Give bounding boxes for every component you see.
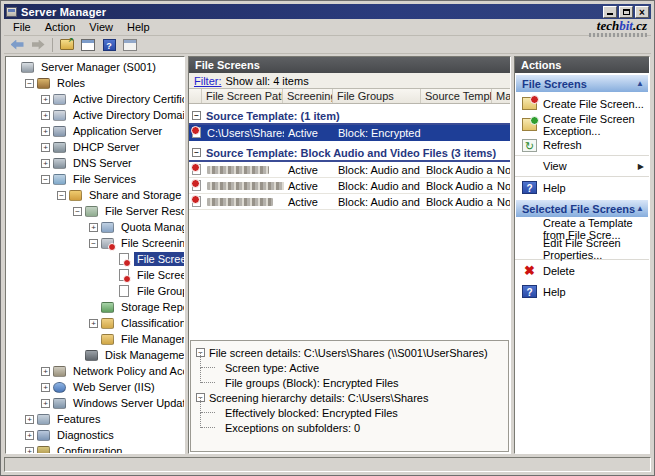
- tree-item[interactable]: + Features: [6, 411, 184, 427]
- file-screen-row[interactable]: Active Block: Audio and Video ... Block …: [189, 162, 510, 178]
- tree-expander[interactable]: +: [25, 447, 34, 455]
- tree-expander[interactable]: +: [25, 431, 34, 440]
- tree-item-icon: [53, 366, 66, 377]
- tree-item-label: Diagnostics: [54, 428, 117, 442]
- tree-item[interactable]: − Roles: [6, 75, 184, 91]
- tree-expander[interactable]: +: [41, 383, 50, 392]
- tree-item[interactable]: − Share and Storage Management: [6, 187, 184, 203]
- section-header-file-screens[interactable]: File Screens ▲: [516, 75, 648, 92]
- file-screen-row[interactable]: C:\Users\Shares Active Block: Encrypted …: [189, 125, 510, 141]
- action-item[interactable]: Refresh: [515, 135, 649, 156]
- tree-item[interactable]: − File Services: [6, 171, 184, 187]
- file-screen-list: − Source Template: (1 item) C:\Users\Sha…: [189, 104, 510, 339]
- tree-expander[interactable]: +: [89, 223, 98, 232]
- tree-item[interactable]: − File Screening Management: [6, 235, 184, 251]
- tree-item[interactable]: + Network Policy and Access Services: [6, 363, 184, 379]
- tree-item[interactable]: + Web Server (IIS): [6, 379, 184, 395]
- tree-item[interactable]: + Quota Management: [6, 219, 184, 235]
- tree-item[interactable]: + Active Directory Certificate Services: [6, 91, 184, 107]
- tree-item[interactable]: + Configuration: [6, 443, 184, 454]
- submenu-arrow-icon: ▶: [638, 162, 649, 171]
- column-header[interactable]: File Screen Path: [202, 89, 283, 103]
- window-view-button[interactable]: [121, 37, 139, 53]
- tree-item[interactable]: + Diagnostics: [6, 427, 184, 443]
- tree-item-label: DHCP Server: [70, 140, 142, 154]
- group-label: Source Template: (1 item): [206, 110, 340, 122]
- tree-expander[interactable]: −: [89, 239, 98, 248]
- minimize-button[interactable]: [603, 6, 617, 18]
- action-item[interactable]: Help: [515, 177, 649, 198]
- cell-screening-type: Active: [284, 196, 334, 208]
- cell-file-groups: Block: Encrypted Files: [334, 127, 422, 139]
- tree-item-label: File Server Resource Manager: [102, 204, 185, 218]
- tree-expander[interactable]: −: [73, 207, 82, 216]
- tree-expander[interactable]: +: [41, 95, 50, 104]
- redacted-path: [207, 166, 269, 174]
- tree-expander[interactable]: +: [41, 159, 50, 168]
- file-screen-row[interactable]: Active Block: Audio and Video ... Block …: [189, 194, 510, 210]
- column-header[interactable]: [189, 89, 202, 103]
- action-item[interactable]: Edit File Screen Properties...: [515, 239, 649, 260]
- column-header[interactable]: File Groups: [333, 89, 421, 103]
- action-item[interactable]: Create File Screen...: [515, 93, 649, 114]
- menu-item[interactable]: Action: [38, 19, 83, 35]
- close-button[interactable]: ×: [635, 6, 649, 18]
- filter-link[interactable]: Filter:: [194, 75, 222, 87]
- tree-item[interactable]: + DNS Server: [6, 155, 184, 171]
- tree-item[interactable]: + Windows Server Update Services: [6, 395, 184, 411]
- tree-item[interactable]: − File Server Resource Manager: [6, 203, 184, 219]
- actions-header: Actions: [515, 57, 649, 73]
- menu-item[interactable]: View: [82, 19, 120, 35]
- action-item[interactable]: Create a Template from File Scre...: [515, 218, 649, 239]
- tree-item[interactable]: File Management Tasks: [6, 331, 184, 347]
- action-item[interactable]: View ▶: [515, 156, 649, 177]
- group-header-row[interactable]: − Source Template: Block Audio and Video…: [189, 145, 510, 162]
- tree-item[interactable]: Disk Management: [6, 347, 184, 363]
- folder-up-button[interactable]: [58, 37, 76, 53]
- tree-expander[interactable]: +: [89, 319, 98, 328]
- tree-item[interactable]: Storage Reports Management: [6, 299, 184, 315]
- menu-item[interactable]: Help: [120, 19, 157, 35]
- tree-expander[interactable]: +: [41, 399, 50, 408]
- help-button[interactable]: ?: [100, 37, 118, 53]
- tree-item-icon: [53, 174, 66, 185]
- tree-expander[interactable]: +: [41, 111, 50, 120]
- menu-item[interactable]: File: [6, 19, 38, 35]
- tree-expander[interactable]: −: [25, 79, 34, 88]
- collapse-chevron-icon[interactable]: ▲: [636, 79, 644, 88]
- tree-item[interactable]: File Screens: [6, 251, 184, 267]
- column-header[interactable]: Ma...: [492, 89, 511, 103]
- tree-item[interactable]: File Screen Templates: [6, 267, 184, 283]
- group-header-row[interactable]: − Source Template: (1 item): [189, 108, 510, 125]
- file-screen-icon: [192, 180, 201, 191]
- tree-item[interactable]: + Active Directory Domain Services: [6, 107, 184, 123]
- tree-item[interactable]: + Classification Management: [6, 315, 184, 331]
- console-window-icon: [81, 39, 95, 51]
- group-collapse-icon[interactable]: −: [192, 148, 201, 157]
- tree-item[interactable]: + Application Server: [6, 123, 184, 139]
- tree-expander[interactable]: −: [41, 175, 50, 184]
- tree-expander[interactable]: +: [41, 127, 50, 136]
- forward-button[interactable]: [29, 37, 47, 53]
- console-tree-button[interactable]: [79, 37, 97, 53]
- restore-button[interactable]: [619, 6, 633, 18]
- tree-item[interactable]: Server Manager (S001): [6, 59, 184, 75]
- tree-item[interactable]: File Groups: [6, 283, 184, 299]
- column-header[interactable]: Source Template: [421, 89, 492, 103]
- tree-expander[interactable]: +: [41, 367, 50, 376]
- action-item[interactable]: Delete: [515, 260, 649, 281]
- tree-expander[interactable]: +: [25, 415, 34, 424]
- section-header-selected-file-screens[interactable]: Selected File Screens ▲: [516, 200, 648, 217]
- tree-expander[interactable]: +: [41, 143, 50, 152]
- action-item[interactable]: Help: [515, 281, 649, 302]
- collapse-chevron-icon[interactable]: ▲: [636, 204, 644, 213]
- action-label: Create File Screen Exception...: [543, 113, 644, 137]
- group-collapse-icon[interactable]: −: [192, 111, 201, 120]
- column-header[interactable]: Screening T...: [283, 89, 333, 103]
- window-icon: [123, 39, 137, 51]
- tree-item[interactable]: + DHCP Server: [6, 139, 184, 155]
- back-button[interactable]: [8, 37, 26, 53]
- tree-expander[interactable]: −: [57, 191, 66, 200]
- action-item[interactable]: Create File Screen Exception...: [515, 114, 649, 135]
- file-screen-row[interactable]: Active Block: Audio and Video ... Block …: [189, 178, 510, 194]
